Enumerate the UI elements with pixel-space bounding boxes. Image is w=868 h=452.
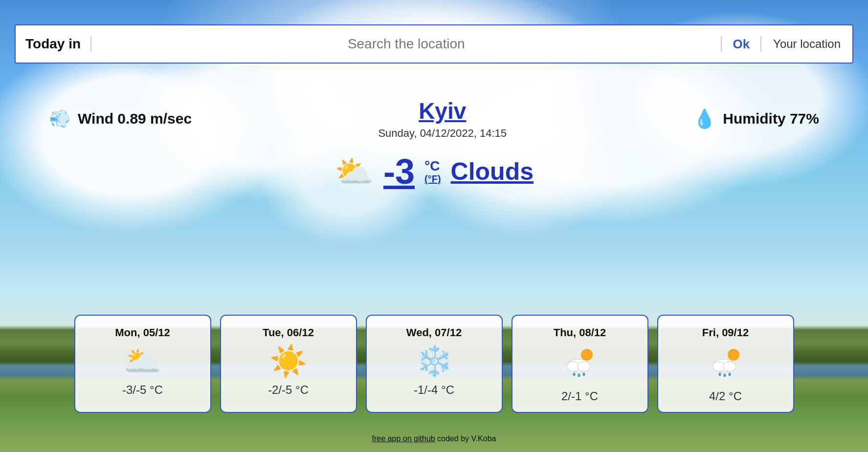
forecast-temp-fri: 4/2 °C [709,389,742,403]
forecast-icon-mon: 🌥️ [124,346,161,376]
temp-units: °C (°F) [424,159,441,185]
svg-point-5 [578,374,580,377]
svg-point-7 [728,349,739,361]
forecast-card-thu: Thu, 08/12 2/-1 °C [512,315,648,413]
forecast-temp-tue: -2/-5 °C [268,383,309,397]
forecast-date: Wed, 07/12 [406,326,462,339]
forecast-date: Mon, 05/12 [115,326,170,339]
forecast-date: Thu, 08/12 [554,326,606,339]
footer: free app on github coded by V.Koba [0,434,868,443]
svg-point-3 [578,362,590,371]
forecast-icon-thu [562,346,598,383]
temp-row: ⛅ -3 °C (°F) Clouds [0,151,868,192]
city-name[interactable]: Kyiv [378,98,507,124]
svg-point-4 [573,373,575,376]
humidity-label: Humidity 77% [723,110,819,127]
ok-button[interactable]: Ok [721,37,761,52]
svg-point-0 [581,349,593,361]
forecast-date: Fri, 09/12 [702,326,749,339]
svg-point-6 [582,373,585,376]
temperature: -3 [383,151,415,192]
forecast-card-mon: Mon, 05/12 🌥️ -3/-5 °C [74,315,211,413]
forecast-temp-wed: -1/-4 °C [414,383,454,397]
datetime: Sunday, 04/12/2022, 14:15 [378,127,507,140]
github-link[interactable]: free app on github [372,434,435,443]
location-button[interactable]: Your location [761,37,852,51]
wind-label: Wind 0.89 m/sec [78,110,192,127]
forecast-date: Tue, 06/12 [263,326,314,339]
humidity-info: 💧 Humidity 77% [693,108,819,129]
svg-point-13 [728,373,731,376]
svg-point-11 [718,373,721,376]
forecast-temp-thu: 2/-1 °C [561,389,598,403]
humidity-icon: 💧 [693,108,716,129]
svg-point-10 [723,362,736,371]
forecast-icon-wed: ❄️ [415,346,453,376]
forecast-icon-tue: ☀️ [269,346,307,376]
center-info: Kyiv Sunday, 04/12/2022, 14:15 [378,98,507,140]
wind-info: 💨 Wind 0.89 m/sec [49,108,192,129]
forecast-row: Mon, 05/12 🌥️ -3/-5 °C Tue, 06/12 ☀️ -2/… [10,315,858,413]
condition-text: Clouds [451,157,534,186]
forecast-card-fri: Fri, 09/12 4/2 °C [657,315,794,413]
condition-icon: ⛅ [334,153,374,190]
footer-suffix: coded by V.Koba [435,434,496,443]
forecast-temp-mon: -3/-5 °C [122,383,163,397]
unit-c[interactable]: °C [424,159,440,174]
weather-main: 💨 Wind 0.89 m/sec Kyiv Sunday, 04/12/202… [0,98,868,140]
svg-point-12 [723,374,726,377]
forecast-icon-fri [708,346,743,383]
unit-f[interactable]: (°F) [424,173,441,184]
search-bar: Today in Ok Your location [15,24,853,64]
wind-icon: 💨 [49,108,71,129]
forecast-card-tue: Tue, 06/12 ☀️ -2/-5 °C [220,315,357,413]
forecast-card-wed: Wed, 07/12 ❄️ -1/-4 °C [366,315,503,413]
search-input[interactable] [91,36,721,52]
today-label: Today in [16,36,91,52]
